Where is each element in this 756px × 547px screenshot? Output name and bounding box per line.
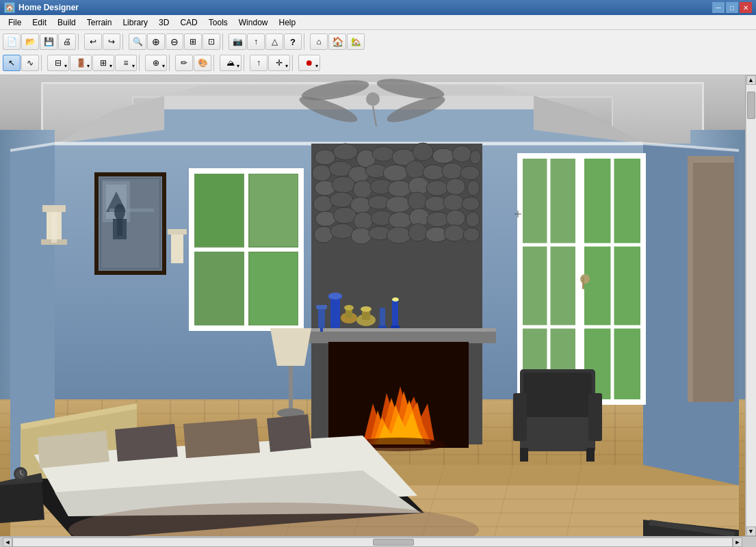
zoom-in-button[interactable]: ⊕	[147, 34, 165, 50]
house-view1-button[interactable]: ⌂	[310, 34, 328, 50]
svg-point-103	[463, 228, 480, 241]
svg-point-67	[460, 166, 480, 180]
svg-rect-163	[520, 417, 595, 451]
svg-point-64	[406, 161, 425, 178]
scroll-up-button[interactable]: ▲	[746, 75, 756, 85]
svg-point-122	[392, 297, 399, 302]
zoom-out-button[interactable]: ⊖	[166, 34, 183, 50]
door-tool[interactable]: 🚪 ▾	[70, 55, 92, 71]
toolbar-row-1: 📄 📂 💾 🖨 ↩ ↪ 🔍 ⊕ ⊖ ⊞ ⊡ 📷 ↑ △ ? ⌂ 🏠 🏡	[3, 31, 753, 52]
cabinet-tool[interactable]: ⊞ ▾	[92, 55, 114, 71]
copy-tool[interactable]: ⊕ ▾	[145, 55, 167, 71]
toolbar-separator-1	[78, 34, 82, 50]
toolbar-separator-5	[41, 55, 45, 71]
svg-rect-165	[588, 393, 602, 441]
scroll-thumb-vertical[interactable]	[747, 92, 755, 119]
open-button[interactable]: 📂	[21, 34, 39, 50]
scroll-thumb-horizontal[interactable]	[373, 539, 414, 546]
stair-tool[interactable]: ≡ ▾	[115, 55, 137, 71]
menu-terrain[interactable]: Terrain	[81, 16, 118, 29]
svg-point-59	[312, 165, 331, 181]
menu-cad[interactable]: CAD	[174, 16, 203, 29]
menu-3d[interactable]: 3D	[153, 16, 174, 29]
svg-rect-105	[301, 328, 496, 332]
pointer-tool[interactable]: ↖	[3, 55, 21, 71]
house-view2-button[interactable]: 🏠	[328, 34, 346, 50]
svg-point-75	[446, 178, 465, 195]
svg-rect-160	[688, 156, 693, 402]
menu-build[interactable]: Build	[52, 16, 81, 29]
move-point-tool[interactable]: ✛ ▾	[268, 55, 290, 71]
svg-point-111	[328, 293, 342, 299]
menu-help[interactable]: Help	[273, 16, 301, 29]
svg-rect-139	[117, 219, 122, 236]
toolbars: 📄 📂 💾 🖨 ↩ ↪ 🔍 ⊕ ⊖ ⊞ ⊡ 📷 ↑ △ ? ⌂ 🏠 🏡 ↖ ∿ …	[0, 30, 756, 75]
zoom-all-button[interactable]: ⊡	[203, 34, 220, 50]
save-button[interactable]: 💾	[40, 34, 57, 50]
svg-point-102	[444, 225, 465, 241]
scroll-track-vertical[interactable]	[746, 85, 756, 526]
svg-rect-141	[42, 205, 66, 212]
svg-rect-164	[513, 393, 527, 441]
svg-rect-121	[391, 325, 400, 328]
up-arrow-button[interactable]: ↑	[247, 34, 265, 50]
scroll-left-button[interactable]: ◄	[3, 537, 12, 547]
scroll-bottom[interactable]: ◄ ►	[0, 536, 756, 547]
viewport[interactable]	[0, 75, 745, 536]
svg-point-88	[354, 212, 373, 230]
svg-point-78	[330, 192, 353, 207]
menu-window[interactable]: Window	[233, 16, 274, 29]
scroll-right-button[interactable]: ►	[733, 537, 742, 547]
svg-point-51	[333, 144, 358, 160]
svg-point-85	[462, 197, 480, 211]
svg-rect-159	[688, 156, 734, 163]
minimize-button[interactable]: ─	[712, 2, 725, 13]
toolbar-separator-9	[244, 55, 248, 71]
zoom-fit-button[interactable]: ⊞	[184, 34, 202, 50]
camera-button[interactable]: 📷	[229, 34, 246, 50]
scroll-down-button[interactable]: ▼	[746, 526, 756, 536]
scene-svg	[0, 75, 745, 536]
svg-point-138	[114, 204, 125, 220]
wall-tool[interactable]: ⊟ ▾	[47, 55, 69, 71]
svg-point-87	[333, 207, 356, 224]
scrollbar-right[interactable]: ▲ ▼	[745, 75, 756, 536]
svg-point-63	[383, 165, 408, 181]
scroll-track-horizontal[interactable]	[12, 537, 733, 547]
svg-rect-106	[318, 308, 325, 328]
svg-rect-143	[51, 212, 57, 243]
new-button[interactable]: 📄	[3, 34, 21, 50]
room-scene	[0, 75, 745, 536]
redo-button[interactable]: ↪	[103, 34, 120, 50]
paint-tool[interactable]: ✏	[175, 55, 193, 71]
toolbar-separator-8	[213, 55, 218, 71]
print-button[interactable]: 🖨	[58, 34, 76, 50]
menu-file[interactable]: File	[3, 16, 27, 29]
roof-button[interactable]: △	[265, 34, 283, 50]
menu-tools[interactable]: Tools	[203, 16, 233, 29]
menu-library[interactable]: Library	[117, 16, 153, 29]
terrain-tool[interactable]: ⛰ ▾	[220, 55, 242, 71]
svg-rect-120	[392, 299, 398, 328]
svg-point-72	[388, 181, 411, 197]
svg-point-156	[580, 274, 590, 284]
svg-rect-166	[520, 448, 528, 462]
menu-edit[interactable]: Edit	[27, 16, 52, 29]
help-button[interactable]: ?	[284, 34, 302, 50]
scroll-corner	[742, 537, 753, 547]
house-view3-button[interactable]: 🏡	[347, 34, 365, 50]
record-button[interactable]: ⏺ ▾	[298, 55, 320, 71]
spline-tool[interactable]: ∿	[21, 55, 39, 71]
svg-point-53	[372, 146, 394, 161]
maximize-button[interactable]: □	[726, 2, 738, 13]
close-button[interactable]: ✕	[740, 2, 752, 13]
svg-rect-167	[586, 448, 595, 462]
svg-point-86	[315, 211, 336, 226]
undo-button[interactable]: ↩	[84, 34, 102, 50]
zoom-magnify-button[interactable]: 🔍	[129, 34, 146, 50]
pattern-tool[interactable]: 🎨	[194, 55, 211, 71]
svg-point-77	[313, 196, 333, 212]
svg-point-94	[466, 212, 480, 227]
arrow-up-2d[interactable]: ↑	[250, 55, 268, 71]
svg-rect-47	[250, 253, 298, 325]
